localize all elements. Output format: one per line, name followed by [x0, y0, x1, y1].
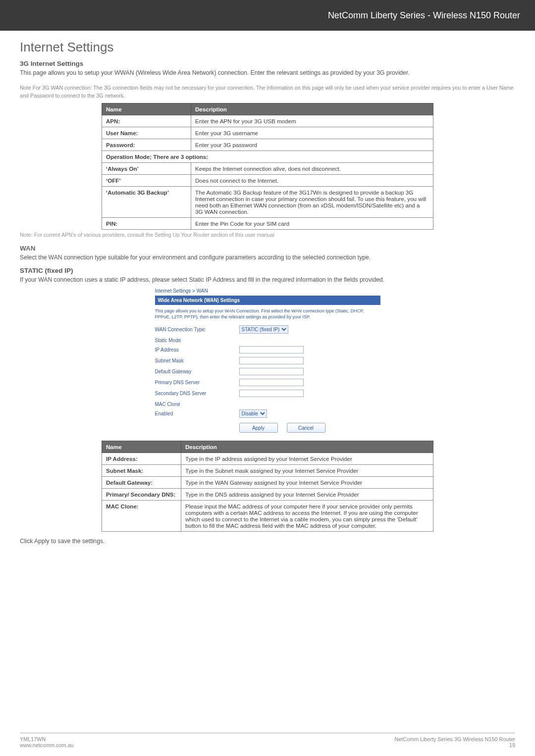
- th-description: Description: [181, 441, 433, 453]
- cell-operation-mode: Operation Mode; There are 3 options:: [102, 151, 433, 162]
- row-ip-address: IP Address: [155, 344, 380, 355]
- label-subnet-mask: Subnet Mask: [155, 358, 239, 363]
- table-static-fields: Name Description IP Address: Type in the…: [102, 441, 433, 532]
- cell-desc: The Automatic 3G Backup feature of the 3…: [191, 186, 433, 217]
- input-primary-dns[interactable]: [239, 379, 304, 386]
- cell-desc: Type in the Subnet mask assigned by your…: [181, 465, 433, 477]
- table-row: MAC Clone: Please input the MAC address …: [102, 501, 433, 532]
- cell-desc: Enter your 3G username: [191, 127, 433, 139]
- button-row: Apply Cancel: [239, 423, 380, 433]
- heading-static-ip: STATIC (fixed IP): [20, 267, 515, 274]
- cell-desc: Type in the IP address assigned by your …: [181, 453, 433, 465]
- note-3g-wan: Note For 3G WAN connection: The 3G conne…: [20, 84, 515, 100]
- cell-desc: Type in the DNS address assigned by your…: [181, 489, 433, 501]
- select-mac-clone-enabled[interactable]: Disable: [239, 409, 267, 418]
- footer-left: YML17WN www.netcomm.com.au: [20, 736, 74, 748]
- table-row: Password: Enter your 3G password: [102, 139, 433, 151]
- page-content: Internet Settings 3G Internet Settings T…: [0, 31, 535, 546]
- cell-name: ‘Always On’: [102, 162, 191, 174]
- table-row: ‘Always On’ Keeps the Internet connectio…: [102, 162, 433, 174]
- page-footer: YML17WN www.netcomm.com.au NetComm Liber…: [20, 733, 515, 748]
- cell-desc: Enter the Pin Code for your SIM card: [191, 217, 433, 229]
- table-row: Subnet Mask: Type in the Subnet mask ass…: [102, 465, 433, 477]
- top-banner: NetComm Liberty Series - Wireless N150 R…: [0, 0, 535, 31]
- cell-name: ‘Automatic 3G Backup’: [102, 186, 191, 217]
- cell-name: ‘OFF’: [102, 174, 191, 186]
- cell-desc: Enter your 3G password: [191, 139, 433, 151]
- input-ip-address[interactable]: [239, 346, 304, 353]
- page-title: Internet Settings: [20, 40, 515, 55]
- cell-name: Subnet Mask:: [102, 465, 181, 477]
- th-description: Description: [191, 103, 433, 115]
- cell-name: APN:: [102, 115, 191, 127]
- th-name: Name: [102, 441, 181, 453]
- label-primary-dns: Primary DNS Server: [155, 380, 239, 385]
- input-secondary-dns[interactable]: [239, 390, 304, 397]
- intro-3g: This page allows you to setup your WWAN …: [20, 68, 515, 77]
- cell-name: User Name:: [102, 127, 191, 139]
- cell-desc: Does not connect to the Internet.: [191, 174, 433, 186]
- footer-page-number: 19: [394, 742, 515, 748]
- table-3g-settings: Name Description APN: Enter the APN for …: [102, 103, 433, 230]
- intro-static-ip: If your WAN connection uses a static IP …: [20, 275, 515, 284]
- breadcrumb: Internet Settings > WAN: [155, 288, 380, 294]
- apply-instruction: Click Apply to save the settings.: [20, 537, 515, 546]
- cell-name: Default Gateway:: [102, 477, 181, 489]
- table-row-span: Operation Mode; There are 3 options:: [102, 151, 433, 162]
- cell-desc: Enter the APN for your 3G USB modem: [191, 115, 433, 127]
- wan-settings-screenshot: Internet Settings > WAN Wide Area Networ…: [155, 288, 380, 433]
- label-ip-address: IP Address: [155, 347, 239, 353]
- row-secondary-dns: Secondary DNS Server: [155, 388, 380, 399]
- table-row: ‘Automatic 3G Backup’ The Automatic 3G B…: [102, 186, 433, 217]
- panel-title: Wide Area Network (WAN) Settings: [155, 296, 380, 305]
- th-name: Name: [102, 103, 191, 115]
- row-subnet-mask: Subnet Mask: [155, 355, 380, 366]
- label-secondary-dns: Secondary DNS Server: [155, 391, 239, 396]
- banner-title: NetComm Liberty Series - Wireless N150 R…: [328, 10, 520, 21]
- table-row: IP Address: Type in the IP address assig…: [102, 453, 433, 465]
- table-row: ‘OFF’ Does not connect to the Internet.: [102, 174, 433, 186]
- section-mac-clone: MAC Clone: [155, 402, 380, 407]
- label-conn-type: WAN Connection Type:: [155, 327, 239, 332]
- row-primary-dns: Primary DNS Server: [155, 377, 380, 388]
- cancel-button[interactable]: Cancel: [287, 423, 325, 433]
- table-row: User Name: Enter your 3G username: [102, 127, 433, 139]
- footer-url: www.netcomm.com.au: [20, 742, 74, 748]
- apply-button[interactable]: Apply: [239, 423, 278, 433]
- cell-desc: Type in the WAN Gateway assigned by your…: [181, 477, 433, 489]
- table-row: PIN: Enter the Pin Code for your SIM car…: [102, 217, 433, 229]
- note-apns: Note: For current APN's of various provi…: [20, 232, 515, 238]
- intro-wan: Select the WAN connection type suitable …: [20, 253, 515, 262]
- footer-right: NetComm Liberty Series 3G Wireless N150 …: [394, 736, 515, 748]
- input-default-gateway[interactable]: [239, 368, 304, 375]
- input-subnet-mask[interactable]: [239, 357, 304, 364]
- label-default-gateway: Default Gateway: [155, 369, 239, 374]
- heading-wan: WAN: [20, 245, 515, 252]
- cell-name: IP Address:: [102, 453, 181, 465]
- cell-name: PIN:: [102, 217, 191, 229]
- heading-3g-internet-settings: 3G Internet Settings: [20, 60, 515, 67]
- cell-name: Primary/ Secondary DNS:: [102, 489, 181, 501]
- section-static-mode: Static Mode: [155, 338, 380, 343]
- table-row: Default Gateway: Type in the WAN Gateway…: [102, 477, 433, 489]
- cell-name: Password:: [102, 139, 191, 151]
- cell-name: MAC Clone:: [102, 501, 181, 532]
- table-row: Primary/ Secondary DNS: Type in the DNS …: [102, 489, 433, 501]
- cell-desc: Please input the MAC address of your com…: [181, 501, 433, 532]
- footer-model: YML17WN: [20, 736, 74, 742]
- select-wan-connection-type[interactable]: STATIC (fixed IP): [239, 325, 288, 334]
- row-default-gateway: Default Gateway: [155, 366, 380, 377]
- footer-product: NetComm Liberty Series 3G Wireless N150 …: [394, 736, 515, 742]
- label-enabled: Enabled: [155, 411, 239, 416]
- row-enabled: Enabled Disable: [155, 408, 380, 419]
- panel-intro: This page allows you to setup your WAN C…: [155, 305, 380, 324]
- row-conn-type: WAN Connection Type: STATIC (fixed IP): [155, 324, 380, 335]
- table-row: APN: Enter the APN for your 3G USB modem: [102, 115, 433, 127]
- cell-desc: Keeps the Internet connection alive, doe…: [191, 162, 433, 174]
